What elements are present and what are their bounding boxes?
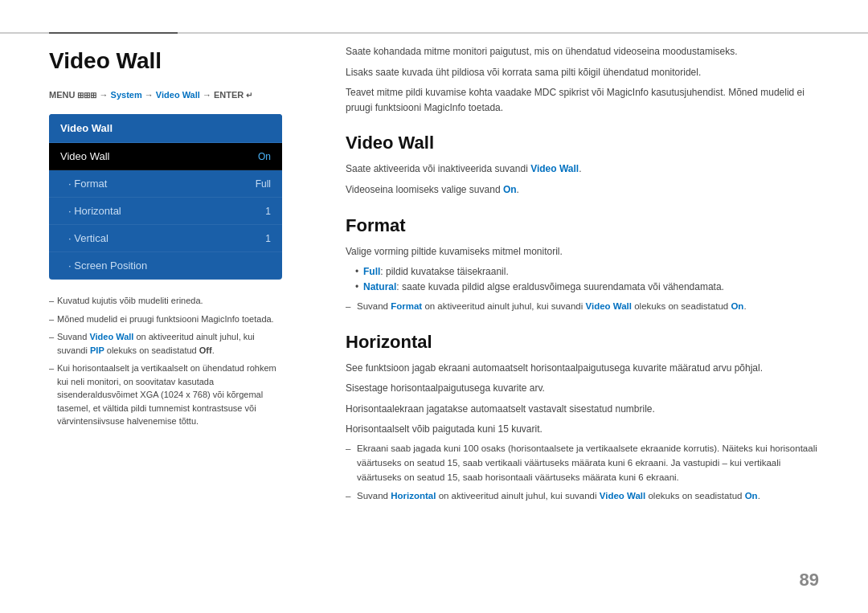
note-1: Kuvatud kujutis võib mudeliti erineda.: [49, 294, 282, 308]
divider-right: [346, 32, 868, 33]
section-body-vw2: Videoseina loomiseks valige suvand On.: [346, 182, 819, 198]
section-body-hz4: Horisontaalselt võib paigutada kuni 15 k…: [346, 422, 819, 437]
nav-item-label: Video Wall: [60, 150, 109, 162]
videowall-link: Video Wall: [156, 90, 200, 100]
menu-arrow2: →: [142, 90, 156, 100]
nav-item-value: On: [258, 151, 271, 162]
menu-arrow3: → ENTER: [200, 90, 246, 100]
nav-item-screenpos[interactable]: · Screen Position: [49, 252, 282, 280]
section-heading-format: Format: [346, 215, 819, 236]
note-3: Suvand Video Wall on aktiveeritud ainult…: [49, 330, 282, 357]
section-body-vw1: Saate aktiveerida või inaktiveerida suva…: [346, 161, 819, 177]
page-number: 89: [800, 570, 819, 591]
hz-dash-note-1: Ekraani saab jagada kuni 100 osaks (hori…: [346, 442, 819, 484]
right-panel: Saate kohandada mitme monitori paigutust…: [346, 44, 819, 509]
nav-item-value: 1: [265, 206, 271, 217]
note-2: Mõned mudelid ei pruugi funktsiooni Magi…: [49, 313, 282, 326]
intro-line-2: Lisaks saate kuvada üht pildiosa või kor…: [346, 65, 819, 80]
section-body-fmt: Valige vorming piltide kuvamiseks mitmel…: [346, 244, 819, 260]
nav-item-value: 1: [265, 233, 271, 244]
nav-item-videowall[interactable]: Video Wall On: [49, 143, 282, 170]
nav-item-value: Full: [256, 178, 271, 190]
nav-item-vertical[interactable]: · Vertical 1: [49, 225, 282, 252]
section-body-hz1: See funktsioon jagab ekraani automaatsel…: [346, 361, 819, 376]
format-bullet-list: Full: pildid kuvatakse täisekraanil. Nat…: [346, 264, 819, 295]
format-dash-note: Suvand Format on aktiveeritud ainult juh…: [346, 300, 819, 314]
left-panel: Video Wall MENU ⊞⊞⊞ → System → Video Wal…: [49, 48, 282, 433]
nav-item-horizontal[interactable]: · Horizontal 1: [49, 198, 282, 225]
section-heading-horizontal: Horizontal: [346, 332, 819, 353]
nav-item-label: · Format: [68, 178, 107, 190]
section-body-hz3: Horisontaalekraan jagatakse automaatselt…: [346, 402, 819, 417]
nav-item-format[interactable]: · Format Full: [49, 170, 282, 198]
nav-item-label: · Vertical: [68, 232, 108, 244]
notes-section: Kuvatud kujutis võib mudeliti erineda. M…: [49, 294, 282, 428]
menu-path: MENU ⊞⊞⊞ → System → Video Wall → ENTER ↵: [49, 90, 282, 100]
intro-line-1: Saate kohandada mitme monitori paigutust…: [346, 44, 819, 59]
nav-box-title: Video Wall: [49, 114, 282, 143]
nav-box: Video Wall Video Wall On · Format Full ·…: [49, 114, 282, 280]
section-heading-videowall: Video Wall: [346, 133, 819, 153]
nav-item-label: · Horizontal: [68, 205, 121, 217]
menu-path-prefix: MENU: [49, 90, 77, 100]
bullet-full: Full: pildid kuvatakse täisekraanil.: [355, 264, 819, 280]
system-link: System: [111, 90, 142, 100]
hz-dash-note-2: Suvand Horizontal on aktiveeritud ainult…: [346, 489, 819, 504]
menu-arrow1: →: [96, 90, 110, 100]
bullet-natural: Natural: saate kuvada pildid algse erald…: [355, 280, 819, 295]
section-body-hz2: Sisestage horisontaalpaigutusega kuvarit…: [346, 381, 819, 396]
page-title: Video Wall: [49, 48, 282, 74]
note-4: Kui horisontaalselt ja vertikaalselt on …: [49, 362, 282, 428]
intro-line-3: Teavet mitme pildi kuvamise kohta vaadak…: [346, 85, 819, 115]
nav-item-label: · Screen Position: [68, 260, 147, 272]
top-line-accent: [49, 32, 178, 34]
